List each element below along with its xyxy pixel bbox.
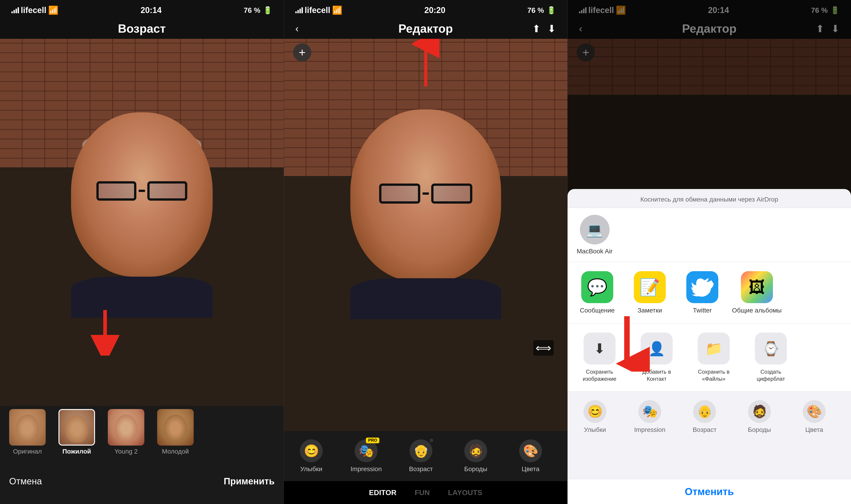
photo-area-1 — [0, 39, 284, 406]
share-button-2[interactable]: ⬆ — [532, 23, 540, 34]
glasses-2 — [379, 183, 472, 204]
feature-beards-wrap: 🧔 — [464, 439, 487, 462]
impression-label-3: Impression — [634, 426, 666, 433]
panel-share: lifecell 📶 20:14 76 % 🔋 ‹ Редактор ⬆ ⬇ +… — [567, 0, 851, 504]
mini-face-1 — [16, 415, 39, 442]
nav-left-2: ‹ — [295, 23, 299, 34]
feature-colors-3: 🎨 Цвета — [792, 400, 837, 433]
filter-label-original: Оригинал — [13, 448, 42, 455]
twitter-icon — [686, 271, 718, 303]
tab-editor-2[interactable]: EDITOR — [369, 488, 396, 497]
age-icon-3: 👴 — [693, 400, 716, 423]
filter-thumb-old — [58, 409, 95, 446]
resize-handle-2[interactable]: ⟺ — [533, 340, 554, 356]
filter-thumb-young — [157, 409, 194, 446]
photo-area-2: + ⟺ — [284, 39, 567, 431]
feature-impression-3: 🎭 Impression — [627, 400, 673, 433]
arrow-down-3 — [604, 312, 650, 372]
colors-label-3: Цвета — [805, 426, 823, 433]
panel-age: lifecell 📶 20:14 76 % 🔋 Возраст — [0, 0, 284, 504]
notes-icon: 📝 — [634, 271, 666, 303]
smiles-label-3: Улыбки — [584, 426, 606, 433]
action-save-files[interactable]: 📁 Сохранить в «Файлы» — [689, 332, 739, 382]
time-label-2: 20:20 — [424, 5, 445, 15]
filter-old[interactable]: Пожилой — [54, 409, 100, 455]
status-bar-2: lifecell 📶 20:20 76 % 🔋 — [284, 0, 567, 18]
macbook-label: MacBook Air — [577, 248, 613, 255]
feature-smiles-icon: 😊 — [300, 439, 323, 462]
feature-beards-icon: 🧔 — [464, 439, 487, 462]
tab-layouts-2[interactable]: LAYOUTS — [448, 488, 482, 497]
feature-smiles-wrap: 😊 — [300, 439, 323, 462]
arrow-up-2 — [412, 39, 440, 89]
nav-title-2: Редактор — [398, 22, 453, 35]
download-button-2[interactable]: ⬇ — [548, 23, 556, 34]
feature-smiles-label: Улыбки — [300, 465, 322, 473]
share-app-notes[interactable]: 📝 Заметки — [627, 271, 673, 314]
watch-face-icon: ⌚ — [755, 332, 787, 364]
filter-thumb-young2 — [108, 409, 144, 446]
feature-colors-label: Цвета — [522, 465, 539, 473]
macbook-icon: 💻 — [580, 215, 609, 245]
tab-fun-2[interactable]: FUN — [415, 488, 430, 497]
filter-young[interactable]: Молодой — [153, 409, 198, 455]
carrier-label-2: lifecell — [305, 5, 330, 15]
airdrop-section: 💻 MacBook Air — [568, 208, 851, 262]
arrow-down-1 — [87, 310, 123, 356]
battery-icon-1: 🔋 — [263, 6, 272, 15]
share-cancel-button[interactable]: Отменить — [568, 479, 851, 504]
nav-right-2: ⬆ ⬇ — [532, 23, 556, 34]
filter-thumb-original — [9, 409, 46, 446]
watch-face-label: Создать циферблат — [748, 368, 794, 382]
feature-beards-label: Бороды — [464, 465, 487, 473]
bottom-toolbar-1: Отмена Применить — [0, 458, 284, 504]
status-left-2: lifecell 📶 — [295, 5, 342, 15]
glasses-1 — [96, 181, 187, 201]
filter-young2[interactable]: Young 2 — [103, 409, 149, 455]
save-files-icon: 📁 — [698, 332, 730, 364]
back-button-2[interactable]: ‹ — [295, 23, 299, 34]
share-app-photos[interactable]: 🖼 Общие альбомы — [732, 271, 782, 314]
feature-strip-2: 😊 Улыбки 🎭 PRO Impression 👴 Возраст 🧔 Бо… — [284, 431, 567, 481]
filter-strip-1: Оригинал Пожилой Young 2 Молодой — [0, 406, 284, 458]
carrier-label-1: lifecell — [21, 5, 46, 15]
status-left-1: lifecell 📶 — [12, 5, 58, 15]
messages-icon: 💬 — [581, 271, 613, 303]
feature-age[interactable]: 👴 Возраст — [398, 439, 444, 473]
share-app-twitter[interactable]: Twitter — [679, 271, 725, 314]
feature-smiles-3: 😊 Улыбки — [572, 400, 618, 433]
share-sheet: Коснитесь для обмена данными через AirDr… — [568, 189, 851, 504]
airdrop-device[interactable]: 💻 MacBook Air — [577, 215, 613, 255]
feature-impression[interactable]: 🎭 PRO Impression — [343, 439, 389, 473]
pro-badge-impression: PRO — [366, 437, 379, 443]
feature-colors-wrap: 🎨 — [519, 439, 542, 462]
filter-label-young: Молодой — [162, 448, 189, 455]
feature-beards[interactable]: 🧔 Бороды — [453, 439, 499, 473]
battery-label-1: 76 % — [244, 6, 260, 15]
feature-colors-icon: 🎨 — [519, 439, 542, 462]
add-button-2[interactable]: + — [293, 43, 311, 61]
mini-face-3 — [114, 415, 138, 442]
status-bar-1: lifecell 📶 20:14 76 % 🔋 — [0, 0, 284, 18]
beards-icon-3: 🧔 — [748, 400, 771, 423]
signal-icon-1 — [12, 7, 19, 13]
status-right-2: 76 % 🔋 — [527, 6, 556, 15]
feature-colors[interactable]: 🎨 Цвета — [508, 439, 553, 473]
nav-bar-1: Возраст — [0, 18, 284, 39]
dot-badge-age — [430, 438, 433, 442]
airdrop-header: Коснитесь для обмена данными через AirDr… — [568, 189, 851, 208]
action-watch-face[interactable]: ⌚ Создать циферблат — [746, 332, 796, 382]
signal-icon-2 — [295, 7, 303, 13]
feature-smiles[interactable]: 😊 Улыбки — [288, 439, 334, 473]
colors-icon-3: 🎨 — [803, 400, 826, 423]
face-container-1 — [71, 112, 213, 318]
filter-original[interactable]: Оригинал — [4, 409, 50, 455]
time-label-1: 20:14 — [141, 5, 162, 15]
photos-label: Общие альбомы — [732, 307, 782, 314]
feature-impression-wrap: 🎭 PRO — [355, 439, 377, 462]
share-app-messages[interactable]: 💬 Сообщение — [574, 271, 620, 314]
cancel-button-1[interactable]: Отмена — [9, 476, 42, 486]
apply-button-1[interactable]: Применить — [224, 476, 274, 486]
face-shape-2 — [350, 109, 501, 282]
feature-age-icon: 👴 — [409, 439, 432, 462]
